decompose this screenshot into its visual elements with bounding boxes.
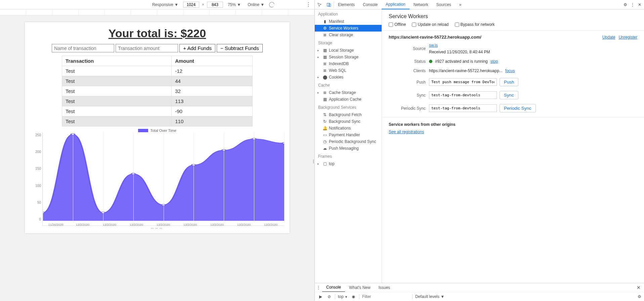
sidebar-item-label: Service Workers bbox=[329, 26, 358, 31]
cell-transaction: Test bbox=[62, 106, 172, 116]
push-message-input[interactable] bbox=[429, 78, 497, 86]
see-all-registrations-link[interactable]: See all registrations bbox=[389, 130, 424, 134]
other-origins-title: Service workers from other origins bbox=[389, 122, 637, 127]
sidebar-item-indexeddb[interactable]: ≣IndexedDB bbox=[315, 60, 382, 67]
log-levels-select[interactable]: Default levels ▼ bbox=[412, 294, 447, 299]
devtools-tabs: ElementsConsoleApplicationNetworkSources… bbox=[315, 0, 644, 9]
sync-tag-input[interactable] bbox=[429, 91, 497, 99]
tab-sources[interactable]: Sources bbox=[432, 0, 455, 9]
throttle-select[interactable]: Online ▼ bbox=[246, 2, 266, 7]
sidebar-item-label: Clear storage bbox=[329, 33, 353, 37]
cell-amount: -90 bbox=[172, 106, 253, 116]
sidebar-group-frames: Frames bbox=[315, 152, 382, 160]
drawer-tab-issues[interactable]: Issues bbox=[375, 283, 394, 292]
label-sync: Sync bbox=[389, 93, 426, 98]
inspect-icon[interactable] bbox=[315, 0, 324, 9]
chart: Total Over Time 250200150100500 11/26/20… bbox=[30, 129, 284, 226]
console-play-icon[interactable]: ▶ bbox=[317, 294, 324, 299]
periodic-sync-tag-input[interactable] bbox=[429, 104, 497, 112]
eye-icon[interactable]: ◉ bbox=[350, 294, 356, 299]
file-icon: ▮ bbox=[323, 19, 327, 24]
bypass-network-checkbox[interactable]: Bypass for network bbox=[455, 22, 495, 27]
sidebar-item-clear-storage[interactable]: ≣Clear storage bbox=[315, 32, 382, 38]
tab-application[interactable]: Application bbox=[382, 0, 410, 9]
periodic-sync-button[interactable]: Periodic Sync bbox=[500, 104, 536, 112]
drawer-menu-icon[interactable]: ⋮ bbox=[315, 285, 322, 290]
transaction-amount-input[interactable] bbox=[116, 44, 178, 52]
table-row: Test110 bbox=[62, 116, 253, 127]
transaction-name-input[interactable] bbox=[52, 44, 114, 52]
sidebar-item-web-sql[interactable]: ≣Web SQL bbox=[315, 67, 382, 74]
legend-label: Total Over Time bbox=[150, 129, 176, 133]
label-source: Source bbox=[389, 46, 426, 51]
device-menu-icon[interactable]: ⋮ bbox=[306, 1, 311, 8]
rotate-icon[interactable] bbox=[268, 1, 275, 8]
sidebar-item-top[interactable]: ▸▢top bbox=[315, 160, 382, 167]
sidebar-item-push-messaging[interactable]: ☁Push Messaging bbox=[315, 145, 382, 152]
drawer-tab-what-s-new[interactable]: What's New bbox=[345, 283, 375, 292]
legend-swatch bbox=[138, 129, 148, 132]
card-icon: ▭ bbox=[323, 133, 327, 137]
sidebar-item-manifest[interactable]: ▮Manifest bbox=[315, 18, 382, 25]
label-periodic-sync: Periodic Sync bbox=[389, 106, 426, 111]
close-drawer-icon[interactable]: ✕ bbox=[633, 285, 644, 290]
update-on-reload-checkbox[interactable]: Update on reload bbox=[412, 22, 448, 27]
console-filter-input[interactable] bbox=[362, 294, 410, 299]
tab-elements[interactable]: Elements bbox=[334, 0, 359, 9]
cloud-icon: ☁ bbox=[323, 146, 327, 151]
devtools-menu-icon[interactable]: ⋮ bbox=[631, 2, 635, 7]
sw-client-url: https://ancient-ravine-55722.herokuapp..… bbox=[429, 68, 503, 73]
grid-icon: ▦ bbox=[323, 48, 327, 53]
table-row: Test113 bbox=[62, 96, 253, 106]
tab-network[interactable]: Network bbox=[410, 0, 432, 9]
drawer-tab-console[interactable]: Console bbox=[322, 283, 345, 292]
device-mode-select[interactable]: Responsive ▼ bbox=[150, 2, 180, 7]
sw-stop-link[interactable]: stop bbox=[490, 59, 498, 64]
sidebar-item-cookies[interactable]: ▸⬤Cookies bbox=[315, 74, 382, 81]
subtract-funds-button[interactable]: − Subtract Funds bbox=[217, 44, 263, 52]
sw-focus-link[interactable]: focus bbox=[505, 68, 515, 73]
push-button[interactable]: Push bbox=[500, 78, 518, 86]
sidebar-item-cache-storage[interactable]: ▸≣Cache Storage bbox=[315, 89, 382, 96]
sw-update-link[interactable]: Update bbox=[602, 35, 615, 40]
resize-handle-bottom[interactable]: ═══ bbox=[30, 226, 284, 231]
sync-button[interactable]: Sync bbox=[500, 91, 518, 99]
sidebar-group-storage: Storage bbox=[315, 38, 382, 47]
ruler bbox=[0, 9, 314, 15]
sidebar-item-background-sync[interactable]: ↻Background Sync bbox=[315, 118, 382, 125]
console-context-select[interactable]: top ▼ bbox=[338, 294, 348, 299]
device-height-input[interactable] bbox=[207, 2, 223, 8]
tab-console[interactable]: Console bbox=[359, 0, 382, 9]
sw-origin-url: https://ancient-ravine-55722.herokuapp.c… bbox=[389, 35, 481, 40]
sidebar-item-periodic-background-sync[interactable]: ◷Periodic Background Sync bbox=[315, 138, 382, 145]
device-width-input[interactable] bbox=[183, 2, 199, 8]
sidebar-item-payment-handler[interactable]: ▭Payment Handler bbox=[315, 132, 382, 138]
sidebar-item-session-storage[interactable]: ▸▦Session Storage bbox=[315, 54, 382, 60]
sidebar-item-label: Cache Storage bbox=[329, 90, 356, 95]
console-settings-icon[interactable]: ⚙ bbox=[638, 294, 641, 299]
sidebar-item-application-cache[interactable]: ▦Application Cache bbox=[315, 96, 382, 103]
plot-area bbox=[42, 133, 284, 226]
sidebar-item-service-workers[interactable]: ⚙Service Workers bbox=[315, 25, 382, 32]
add-funds-button[interactable]: + Add Funds bbox=[179, 44, 215, 52]
th-amount: Amount bbox=[172, 56, 253, 66]
device-toggle-icon[interactable] bbox=[324, 0, 334, 9]
console-clear-icon[interactable]: ⊘ bbox=[326, 294, 332, 299]
resize-handle-right[interactable]: || bbox=[313, 158, 313, 163]
sw-unregister-link[interactable]: Unregister bbox=[619, 35, 637, 40]
sidebar-group-application: Application bbox=[315, 9, 382, 18]
sidebar-item-notifications[interactable]: 🔔Notifications bbox=[315, 125, 382, 132]
sidebar-item-local-storage[interactable]: ▸▦Local Storage bbox=[315, 47, 382, 54]
close-devtools-icon[interactable]: ✕ bbox=[638, 2, 641, 7]
cell-transaction: Test bbox=[62, 86, 172, 96]
tabs-overflow[interactable]: » bbox=[455, 0, 466, 9]
sidebar-item-label: Local Storage bbox=[329, 48, 354, 53]
zoom-select[interactable]: 75% ▼ bbox=[226, 2, 243, 7]
settings-icon[interactable]: ⚙ bbox=[624, 2, 627, 7]
db-icon: ≣ bbox=[323, 33, 327, 37]
clock-icon: ◷ bbox=[323, 139, 327, 144]
sw-source-link[interactable]: sw.js bbox=[429, 43, 490, 48]
sidebar-item-background-fetch[interactable]: ⇅Background Fetch bbox=[315, 111, 382, 118]
application-main: Service Workers Offline Update on reload… bbox=[382, 9, 644, 283]
offline-checkbox[interactable]: Offline bbox=[389, 22, 406, 27]
